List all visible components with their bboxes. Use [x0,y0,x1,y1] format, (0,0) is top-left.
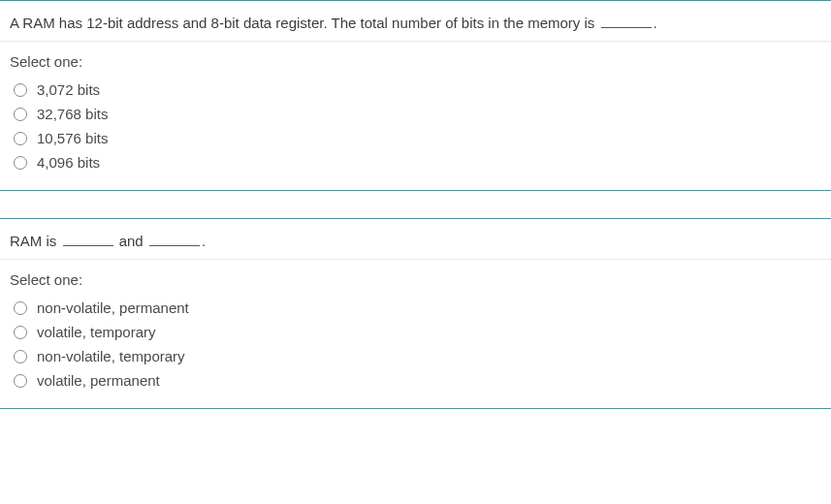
option-row[interactable]: 32,768 bits [10,102,821,126]
question-stem-part: . [202,233,206,249]
radio-icon[interactable] [14,108,27,121]
option-label: volatile, permanent [37,372,160,389]
radio-icon[interactable] [14,156,27,170]
question-block: RAM is and . Select one: non-volatile, p… [0,218,831,409]
radio-icon[interactable] [14,374,27,388]
question-stem-part: and [115,233,147,249]
select-one-label: Select one: [10,53,821,70]
answers-area: Select one: non-volatile, permanent vola… [0,260,831,408]
question-block: A RAM has 12-bit address and 8-bit data … [0,0,831,191]
question-text: A RAM has 12-bit address and 8-bit data … [0,1,831,42]
option-label: 10,576 bits [37,130,108,146]
radio-icon[interactable] [14,350,27,363]
option-row[interactable]: 3,072 bits [10,78,821,102]
option-row[interactable]: 10,576 bits [10,126,821,150]
question-stem-part: . [654,15,657,31]
option-row[interactable]: non-volatile, permanent [10,296,821,320]
option-row[interactable]: volatile, temporary [10,320,821,344]
blank-placeholder [601,16,652,29]
question-stem-part: RAM is [10,233,61,249]
question-text: RAM is and . [0,219,831,260]
option-label: volatile, temporary [37,324,156,340]
blank-placeholder [63,234,113,247]
radio-icon[interactable] [14,83,27,97]
radio-icon[interactable] [14,301,27,315]
option-label: 3,072 bits [37,81,100,98]
option-row[interactable]: 4,096 bits [10,150,821,174]
radio-icon[interactable] [14,132,27,145]
blank-placeholder [149,234,200,247]
option-label: non-volatile, temporary [37,348,185,364]
radio-icon[interactable] [14,326,27,339]
option-row[interactable]: non-volatile, temporary [10,344,821,368]
option-label: 4,096 bits [37,154,100,171]
select-one-label: Select one: [10,271,821,288]
option-row[interactable]: volatile, permanent [10,368,821,393]
option-label: non-volatile, permanent [37,299,189,316]
answers-area: Select one: 3,072 bits 32,768 bits 10,57… [0,42,831,190]
option-label: 32,768 bits [37,106,108,122]
question-stem-part: A RAM has 12-bit address and 8-bit data … [10,15,599,31]
